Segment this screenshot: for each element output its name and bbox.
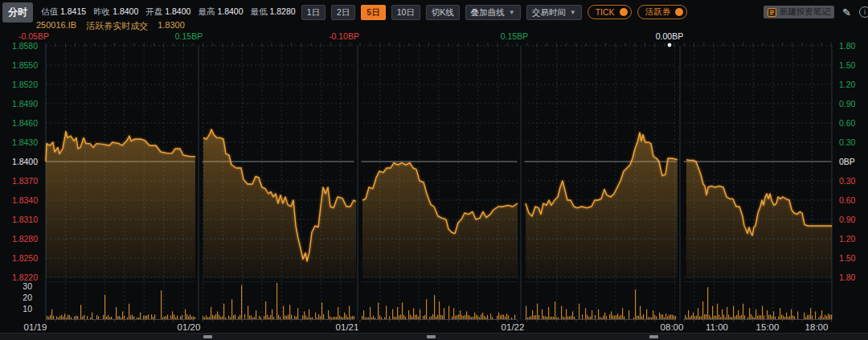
day-change-label: 0.00BP [656,31,683,41]
y-axis-left-label: 1.8370 [12,176,38,186]
price-area [686,160,832,278]
price-area [362,163,518,278]
y-axis-left-label: 1.8310 [12,215,38,224]
intraday-chart: 1.85801.801.85501.501.85201.201.84900.90… [0,0,868,340]
y-axis-right-label: 1.80 [839,272,856,282]
y-axis-right-label: 0BP [839,157,855,166]
price-area [46,131,195,278]
y-axis-left-label: 1.8220 [12,272,38,282]
y-axis-right-label: 1.20 [839,80,856,89]
stat-label: 最低 [251,6,268,16]
x-axis-label: 15:00 [756,322,780,332]
toggle-knob-icon [620,8,628,16]
y-axis-right-label: 0.60 [839,195,856,205]
y-axis-right-label: 1.20 [839,234,856,244]
toggle-knob-icon [675,8,683,16]
y-axis-right-label: 1.80 [839,41,856,51]
y-axis-left-label: 1.8280 [12,234,38,244]
toolbar: 分时 估值1.8415 昨收1.8400 开盘1.8400 最高1.8400 最… [0,0,868,22]
y-axis-right-label: 1.50 [839,253,856,263]
tick-toggle[interactable]: TICK [588,5,632,19]
y-axis-left-label: 1.8340 [12,195,38,205]
stat-value: 1.8400 [165,6,190,16]
period-button-1d[interactable]: 1日 [301,5,326,20]
tab-minute-chart[interactable]: 分时 [2,2,33,23]
day-change-labels: -0.05BP0.15BP-0.10BP0.15BP0.00BP [18,31,683,41]
y-axis-left-label: 1.8460 [12,118,38,128]
x-axis-label: 01/21 [336,322,359,332]
period-button-5d[interactable]: 5日 [361,5,385,20]
bond-code: 250016.IB [36,20,76,32]
y-axis-right-label: 0.90 [839,99,856,109]
quote-stats: 估值1.8415 昨收1.8400 开盘1.8400 最高1.8400 最低1.… [41,6,296,18]
active-bond-line: 250016.IB 活跃券实时成交 1.8300 [36,20,185,32]
x-axis-label: 01/20 [178,322,201,332]
scrollbar-handle-mark[interactable] [649,335,658,338]
period-button-10d[interactable]: 10日 [391,5,420,20]
stat-value: 1.8400 [217,6,243,16]
stat-prev-close: 昨收1.8400 [93,6,138,18]
overlay-curve-dropdown[interactable]: 叠加曲线 ▼ [465,5,521,20]
chevron-down-icon: ▼ [509,6,515,18]
x-axis-label: 01/22 [502,322,525,332]
x-axis-label: 18:00 [805,322,829,332]
trading-terminal: 分时 估值1.8415 昨收1.8400 开盘1.8400 最高1.8400 最… [0,0,868,340]
stat-value: 1.8280 [270,6,296,16]
y-axis-right-label: 0.30 [839,137,856,147]
y-axis-left-label: 1.8250 [12,253,38,263]
y-axis-left-label: 1.8580 [12,41,38,51]
y-axis-right-label: 1.50 [839,60,856,70]
y-axis-left-label: 1.8490 [12,99,38,109]
stat-label: 昨收 [93,6,110,16]
bond-desc: 活跃券实时成交 [86,20,148,32]
y-axis-left-label: 1.8430 [12,137,38,147]
y-axis-right-label: 0.30 [839,176,856,186]
volume-axis-label: 10 [23,304,32,313]
day-change-label: -0.05BP [18,31,49,41]
y-axis-right-label: 0.60 [839,118,856,128]
x-axis-label: 08:00 [661,322,684,332]
stat-label: 最高 [198,6,215,16]
scrollbar-handle-mark[interactable] [203,335,212,338]
stat-open: 开盘1.8400 [145,6,190,18]
day-change-label: 0.15BP [175,31,203,41]
y-axis-left-label: 1.8550 [12,60,38,70]
bond-last-price: 1.8300 [158,20,185,32]
horizontal-scrollbar[interactable] [0,333,868,340]
y-axis-left-label: 1.8520 [12,80,38,89]
y-axis-right-label: 0.90 [839,215,856,224]
toggle-label: 活跃券 [645,6,671,18]
chevron-down-icon: ▼ [570,6,576,18]
stat-label: 估值 [41,6,58,16]
period-button-2d[interactable]: 2日 [331,5,355,20]
notebook-icon [768,8,776,17]
x-axis-labels: 01/1901/2001/2101/2208:0011:0015:0018:00 [24,322,829,332]
stat-label: 开盘 [145,6,162,16]
new-investment-note-button[interactable]: 新建投资笔记 [764,6,834,18]
x-axis-label: 11:00 [706,322,728,332]
scrollbar-handle-mark[interactable] [427,335,436,338]
volume-axis-label: 20 [23,293,32,302]
stat-value: 1.8400 [113,6,138,16]
y-axis-left-label: 1.8400 [12,157,38,166]
stat-valuation: 估值1.8415 [41,6,86,18]
active-bond-toggle[interactable]: 活跃券 [637,5,688,19]
dropdown-label: 交易时间 [532,6,566,18]
stat-value: 1.8415 [60,6,86,16]
day-change-label: -0.10BP [329,31,359,41]
price-area [203,129,356,278]
time-marker-dot[interactable] [668,43,672,47]
toggle-label: TICK [596,7,615,17]
note-button-label: 新建投资笔记 [780,6,830,18]
trading-time-dropdown[interactable]: 交易时间 ▼ [526,5,582,20]
dropdown-label: 叠加曲线 [471,6,505,18]
day-change-label: 0.15BP [501,31,528,41]
info-icon[interactable]: i [859,6,868,18]
pen-icon[interactable]: ✎ [842,6,851,18]
stat-low: 最低1.8280 [251,6,296,18]
switch-kline-button[interactable]: 切K线 [426,5,460,20]
stat-high: 最高1.8400 [198,6,243,18]
volume-axis-label: 30 [23,281,32,291]
x-axis-label: 01/19 [24,322,47,332]
